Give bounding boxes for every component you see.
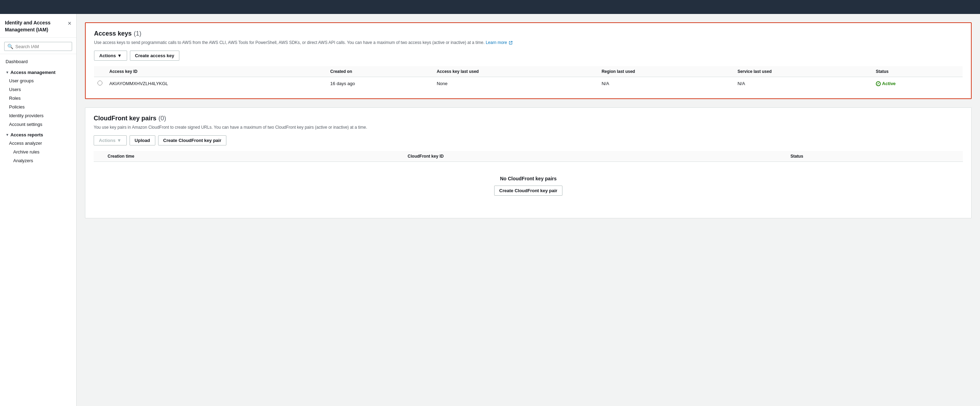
learn-more-link[interactable]: Learn more [486, 40, 513, 45]
col-select [94, 66, 106, 77]
region-last-used-cell: N/A [598, 77, 734, 90]
sidebar-item-access-analyzer[interactable]: Access analyzer [0, 139, 76, 147]
create-cloudfront-key-pair-button[interactable]: Create CloudFront key pair [158, 135, 227, 145]
search-input[interactable] [15, 44, 69, 49]
empty-state-title: No CloudFront key pairs [104, 176, 953, 181]
access-keys-title: Access keys [94, 30, 132, 37]
col-cf-status: Status [787, 151, 963, 162]
sidebar-section-access-reports[interactable]: ▼ Access reports [0, 129, 76, 139]
cloudfront-description: You use key pairs in Amazon CloudFront t… [94, 124, 963, 131]
access-keys-toolbar: Actions ▼ Create access key [94, 51, 963, 61]
status-badge: ✓ Active [876, 81, 959, 86]
col-status: Status [872, 66, 963, 77]
sidebar-section-access-management[interactable]: ▼ Access management [0, 66, 76, 77]
col-access-key-id: Access key ID [106, 66, 327, 77]
access-keys-header: Access keys (1) [94, 30, 963, 37]
access-keys-table-header-row: Access key ID Created on Access key last… [94, 66, 963, 77]
access-keys-table: Access key ID Created on Access key last… [94, 66, 963, 90]
access-management-label: Access management [10, 70, 56, 75]
sidebar-item-archive-rules[interactable]: Archive rules [0, 147, 76, 156]
cloudfront-table-head: Creation time CloudFront key ID Status [94, 151, 963, 162]
dropdown-arrow-icon: ▼ [117, 53, 122, 58]
top-navigation-bar [0, 0, 980, 14]
search-icon: 🔍 [7, 43, 13, 49]
col-cf-key-id: CloudFront key ID [404, 151, 787, 162]
access-key-id-cell: AKIAYOMMXHVZLH4LYKGL [106, 77, 327, 90]
chevron-down-icon-reports: ▼ [6, 133, 9, 137]
created-on-cell: 16 days ago [327, 77, 433, 90]
upload-button[interactable]: Upload [130, 135, 155, 145]
col-last-used: Access key last used [433, 66, 598, 77]
sidebar: Identity and Access Management (IAM) × 🔍… [0, 14, 76, 406]
access-keys-count: (1) [134, 30, 142, 37]
close-icon[interactable]: × [68, 20, 72, 27]
col-cf-select [94, 151, 104, 162]
empty-state: No CloudFront key pairs Create CloudFron… [97, 165, 959, 206]
chevron-down-icon: ▼ [6, 70, 9, 74]
cloudfront-title: CloudFront key pairs [94, 115, 156, 122]
service-last-used-cell: N/A [734, 77, 872, 90]
app-layout: Identity and Access Management (IAM) × 🔍… [0, 14, 980, 406]
cloudfront-table: Creation time CloudFront key ID Status N… [94, 151, 963, 209]
cloudfront-table-body: No CloudFront key pairs Create CloudFron… [94, 162, 963, 210]
create-access-key-button[interactable]: Create access key [130, 51, 180, 61]
col-creation-time: Creation time [104, 151, 404, 162]
cloudfront-key-pairs-panel: CloudFront key pairs (0) You use key pai… [85, 107, 972, 218]
access-keys-description: Use access keys to send programmatic cal… [94, 39, 963, 46]
sidebar-item-account-settings[interactable]: Account settings [0, 120, 76, 129]
search-input-wrapper: 🔍 [4, 42, 72, 51]
main-content: Access keys (1) Use access keys to send … [76, 14, 980, 406]
sidebar-item-dashboard[interactable]: Dashboard [0, 57, 76, 66]
row-radio-input[interactable] [97, 81, 102, 85]
access-reports-label: Access reports [10, 132, 43, 137]
row-select-cell [94, 77, 106, 90]
sidebar-item-identity-providers[interactable]: Identity providers [0, 111, 76, 120]
search-box-container: 🔍 [0, 38, 76, 54]
sidebar-header: Identity and Access Management (IAM) × [0, 14, 76, 38]
actions-button-access-keys[interactable]: Actions ▼ [94, 51, 127, 61]
col-service-last-used: Service last used [734, 66, 872, 77]
sidebar-title: Identity and Access Management (IAM) [5, 19, 51, 33]
cloudfront-empty-row: No CloudFront key pairs Create CloudFron… [94, 162, 963, 210]
cloudfront-count: (0) [159, 115, 166, 122]
table-row: AKIAYOMMXHVZLH4LYKGL 16 days ago None N/… [94, 77, 963, 90]
status-active-icon: ✓ [876, 81, 881, 86]
cloudfront-table-header-row: Creation time CloudFront key ID Status [94, 151, 963, 162]
cloudfront-header: CloudFront key pairs (0) [94, 115, 963, 122]
sidebar-item-users[interactable]: Users [0, 85, 76, 94]
access-keys-table-head: Access key ID Created on Access key last… [94, 66, 963, 77]
dropdown-arrow-icon-cloudfront: ▼ [117, 138, 121, 143]
external-link-icon [509, 41, 513, 45]
status-cell: ✓ Active [872, 77, 963, 90]
access-keys-table-body: AKIAYOMMXHVZLH4LYKGL 16 days ago None N/… [94, 77, 963, 90]
sidebar-item-policies[interactable]: Policies [0, 102, 76, 111]
sidebar-item-user-groups[interactable]: User groups [0, 77, 76, 85]
col-created-on: Created on [327, 66, 433, 77]
sidebar-item-analyzers[interactable]: Analyzers [0, 156, 76, 165]
cloudfront-empty-cell: No CloudFront key pairs Create CloudFron… [94, 162, 963, 210]
nav-section: Dashboard ▼ Access management User group… [0, 54, 76, 168]
sidebar-item-roles[interactable]: Roles [0, 94, 76, 102]
dashboard-label: Dashboard [6, 59, 28, 64]
cloudfront-toolbar: Actions ▼ Upload Create CloudFront key p… [94, 135, 963, 145]
create-cloudfront-key-pair-empty-button[interactable]: Create CloudFront key pair [494, 185, 563, 196]
col-region-last-used: Region last used [598, 66, 734, 77]
last-used-cell: None [433, 77, 598, 90]
actions-button-cloudfront[interactable]: Actions ▼ [94, 135, 127, 145]
access-keys-panel: Access keys (1) Use access keys to send … [85, 22, 972, 99]
